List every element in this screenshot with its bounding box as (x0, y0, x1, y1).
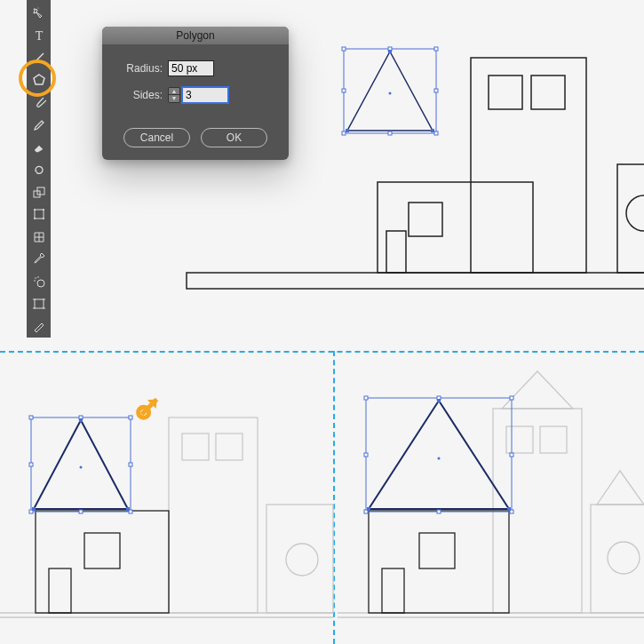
svg-point-13 (37, 280, 44, 287)
eyedropper-tool[interactable] (28, 249, 50, 269)
svg-rect-43 (431, 129, 434, 132)
stepper-up-icon[interactable]: ▲ (169, 88, 179, 95)
svg-rect-42 (388, 50, 392, 53)
stepper-down-icon[interactable]: ▼ (169, 95, 179, 102)
svg-rect-66 (79, 418, 83, 422)
type-tool[interactable]: T (28, 25, 50, 45)
svg-rect-82 (419, 533, 455, 568)
svg-rect-23 (378, 182, 533, 273)
svg-rect-87 (364, 396, 368, 400)
canvas-bottom-left[interactable] (0, 355, 333, 644)
canvas-bottom-right[interactable] (338, 355, 644, 644)
dialog-title: Polygon (102, 27, 289, 44)
artboard-tool[interactable] (28, 294, 50, 314)
svg-rect-60 (129, 416, 132, 419)
svg-rect-91 (510, 453, 513, 457)
svg-rect-81 (369, 511, 509, 613)
polygon-dialog: Polygon Radius: Sides: ▲ ▼ Cancel OK (102, 27, 289, 160)
svg-rect-62 (129, 463, 132, 466)
cancel-button[interactable]: Cancel (123, 128, 190, 147)
svg-text:T: T (35, 29, 43, 43)
dialog-body: Radius: Sides: ▲ ▼ (102, 44, 289, 123)
svg-rect-28 (531, 76, 565, 109)
svg-rect-50 (266, 505, 333, 613)
dialog-buttons: Cancel OK (102, 123, 289, 160)
svg-point-51 (286, 544, 318, 576)
svg-point-57 (80, 466, 83, 469)
svg-point-30 (626, 195, 644, 231)
svg-rect-52 (36, 511, 169, 613)
svg-rect-61 (29, 463, 33, 466)
svg-point-9 (34, 209, 36, 211)
svg-rect-67 (126, 507, 130, 511)
svg-rect-54 (49, 568, 71, 613)
mesh-tool[interactable] (28, 227, 50, 247)
svg-point-11 (34, 218, 36, 219)
symbol-sprayer-tool[interactable] (28, 271, 50, 291)
eraser-tool[interactable] (28, 137, 50, 157)
sides-input[interactable] (182, 87, 228, 103)
horizontal-guide (0, 351, 644, 353)
svg-rect-89 (510, 396, 513, 400)
svg-point-10 (43, 209, 44, 211)
svg-rect-39 (342, 131, 346, 135)
scale-tool[interactable] (28, 182, 50, 203)
svg-rect-84 (366, 398, 512, 512)
scale-cursor-icon (133, 391, 165, 426)
selected-triangle-top[interactable] (342, 47, 438, 135)
svg-rect-90 (364, 453, 368, 457)
svg-point-33 (389, 92, 392, 95)
svg-rect-55 (31, 417, 131, 512)
svg-rect-58 (29, 416, 33, 419)
slice-tool[interactable] (28, 316, 50, 337)
svg-rect-49 (216, 433, 242, 460)
svg-point-14 (35, 277, 36, 279)
svg-rect-95 (437, 399, 441, 402)
free-transform-tool[interactable] (28, 204, 50, 225)
svg-rect-96 (507, 507, 511, 511)
svg-point-12 (43, 218, 44, 219)
radius-label: Radius: (118, 62, 163, 75)
sides-label: Sides: (118, 89, 163, 101)
svg-marker-79 (597, 471, 644, 505)
svg-rect-48 (182, 433, 209, 460)
svg-rect-38 (434, 89, 438, 92)
svg-rect-17 (35, 299, 44, 308)
svg-marker-32 (347, 52, 433, 131)
polygon-tool-highlight-icon (19, 60, 56, 97)
svg-point-1 (37, 7, 38, 8)
svg-rect-34 (342, 47, 346, 51)
rotate-tool[interactable] (28, 159, 50, 179)
svg-point-15 (37, 276, 39, 278)
svg-rect-31 (344, 49, 436, 133)
svg-rect-36 (434, 47, 438, 51)
svg-point-80 (608, 542, 640, 574)
ok-button[interactable]: OK (201, 128, 267, 147)
svg-rect-41 (434, 131, 438, 135)
svg-marker-85 (369, 401, 509, 509)
svg-rect-93 (437, 510, 441, 513)
svg-rect-40 (388, 131, 392, 135)
radius-row: Radius: (118, 60, 273, 76)
svg-rect-37 (342, 89, 346, 92)
svg-rect-8 (35, 210, 44, 219)
selected-triangle-br[interactable] (364, 396, 513, 513)
selected-triangle-bl[interactable] (29, 416, 132, 513)
radius-input[interactable] (168, 60, 214, 76)
svg-rect-44 (346, 129, 349, 132)
magic-wand-tool[interactable] (28, 3, 50, 23)
svg-rect-78 (591, 505, 644, 613)
sides-row: Sides: ▲ ▼ (118, 87, 273, 103)
svg-rect-76 (540, 426, 567, 453)
svg-rect-64 (79, 510, 83, 513)
svg-rect-83 (382, 568, 404, 613)
svg-rect-24 (409, 203, 442, 236)
svg-point-86 (438, 457, 441, 460)
svg-point-2 (33, 12, 34, 12)
pencil-tool[interactable] (28, 115, 50, 135)
svg-marker-77 (502, 371, 573, 409)
svg-rect-75 (506, 426, 533, 453)
svg-rect-22 (187, 273, 644, 289)
sides-stepper[interactable]: ▲ ▼ (168, 87, 180, 103)
svg-rect-25 (386, 231, 406, 273)
